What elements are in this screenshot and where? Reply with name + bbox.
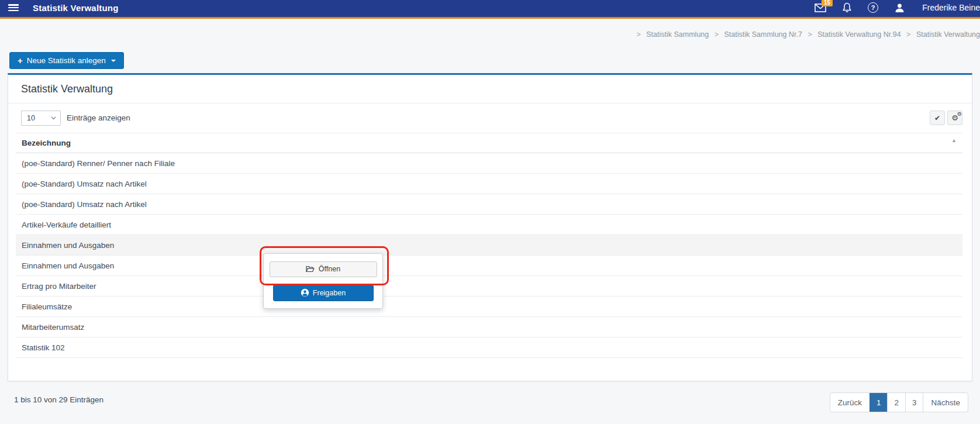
table-row[interactable]: (poe-Standard) Renner/ Penner nach Filia…	[16, 153, 962, 174]
cogs-icon: ⚙⚙	[951, 114, 958, 122]
pagination-prev-button[interactable]: Zurück	[830, 393, 869, 412]
table-row-selected[interactable]: Einnahmen und Ausgaben	[16, 235, 962, 256]
table-action-buttons: ✔ ⚙⚙	[930, 111, 962, 125]
breadcrumb-item-statistik-sammlung[interactable]: Statistik Sammlung	[646, 30, 709, 39]
page-size-value: 10	[27, 114, 35, 122]
help-button[interactable]: ?	[868, 2, 878, 13]
chevron-down-icon	[111, 60, 116, 62]
chevron-down-icon	[51, 116, 56, 120]
new-statistic-label: Neue Statistik anlegen	[27, 56, 106, 65]
topbar: Statistik Verwaltung 15 ?	[0, 0, 980, 19]
sort-asc-icon: ▲	[951, 137, 957, 143]
open-button[interactable]: Öffnen	[270, 261, 377, 277]
column-header-bezeichnung[interactable]: Bezeichnung ▲	[16, 133, 962, 153]
mail-button[interactable]: 15	[815, 4, 826, 12]
table-row[interactable]: Artikel-Verkäufe detailliert	[16, 215, 962, 235]
topbar-actions: 15 ? Frederike Beine	[815, 0, 980, 15]
pagination-page-2[interactable]: 2	[887, 393, 905, 412]
shares-label: Freigaben	[313, 289, 346, 297]
column-header-label: Bezeichnung	[22, 139, 71, 147]
table-controls: 10 Einträge anzeigen ✔ ⚙⚙	[8, 104, 972, 126]
table-row[interactable]: (poe-Standard) Umsatz nach Artikel	[16, 174, 962, 194]
plus-icon: +	[18, 56, 23, 65]
breadcrumb-separator: >	[636, 30, 640, 39]
table-row[interactable]: Statistik 102	[16, 337, 962, 358]
check-icon: ✔	[934, 114, 940, 122]
breadcrumb-item-statistik-verwaltung[interactable]: Statistik Verwaltung	[916, 30, 980, 39]
breadcrumb-separator: >	[808, 30, 812, 39]
table-row[interactable]: Mitarbeiterumsatz	[16, 317, 962, 337]
table-row[interactable]: (poe-Standard) Umsatz nach Artikel	[16, 194, 962, 215]
breadcrumb-separator: >	[906, 30, 910, 39]
open-label: Öffnen	[319, 265, 340, 273]
table-row[interactable]: Einnahmen und Ausgaben	[16, 256, 962, 276]
mail-badge: 15	[822, 0, 833, 6]
user-name[interactable]: Frederike Beine	[922, 3, 980, 12]
pagination: Zurück 1 2 3 Nächste	[830, 392, 968, 412]
folder-open-icon	[306, 266, 315, 273]
menu-icon[interactable]	[8, 4, 19, 11]
confirm-button[interactable]: ✔	[930, 111, 945, 125]
breadcrumb-item-statistik-sammlung-nr7[interactable]: Statistik Sammlung Nr.7	[724, 30, 802, 39]
help-glyph: ?	[871, 4, 875, 11]
statistics-table: Bezeichnung ▲ (poe-Standard) Renner/ Pen…	[16, 133, 962, 358]
panel-title: Statistik Verwaltung	[8, 75, 972, 103]
table-info-text: 1 bis 10 von 29 Einträgen	[14, 395, 103, 404]
pagination-page-3[interactable]: 3	[905, 393, 923, 412]
pagination-page-1[interactable]: 1	[869, 393, 888, 412]
page-size-select[interactable]: 10	[21, 111, 61, 126]
pagination-next-button[interactable]: Nächste	[923, 393, 968, 412]
statistik-panel: Statistik Verwaltung 10 Einträge anzeige…	[8, 73, 972, 381]
app-root: Statistik Verwaltung 15 ?	[0, 0, 980, 424]
breadcrumb-item-statistik-verwaltung-nr94[interactable]: Statistik Verwaltung Nr.94	[817, 30, 900, 39]
breadcrumb: > Statistik Sammlung > Statistik Sammlun…	[0, 30, 980, 39]
new-statistic-button[interactable]: + Neue Statistik anlegen	[9, 52, 124, 69]
table-row[interactable]: Filialeumsätze	[16, 297, 962, 317]
table-row[interactable]: Ertrag pro Mitarbeiter	[16, 276, 962, 297]
user-circle-icon	[301, 288, 309, 297]
account-button[interactable]	[895, 3, 905, 13]
notifications-button[interactable]	[843, 2, 851, 13]
app-title: Statistik Verwaltung	[33, 3, 119, 13]
breadcrumb-separator: >	[715, 30, 719, 39]
settings-button[interactable]: ⚙⚙	[947, 111, 962, 125]
row-context-menu: Öffnen Freigaben	[263, 253, 383, 309]
bell-icon	[843, 2, 851, 13]
user-icon	[895, 3, 905, 13]
entries-label: Einträge anzeigen	[67, 113, 130, 122]
help-icon: ?	[868, 2, 878, 13]
shares-button[interactable]: Freigaben	[273, 285, 374, 301]
